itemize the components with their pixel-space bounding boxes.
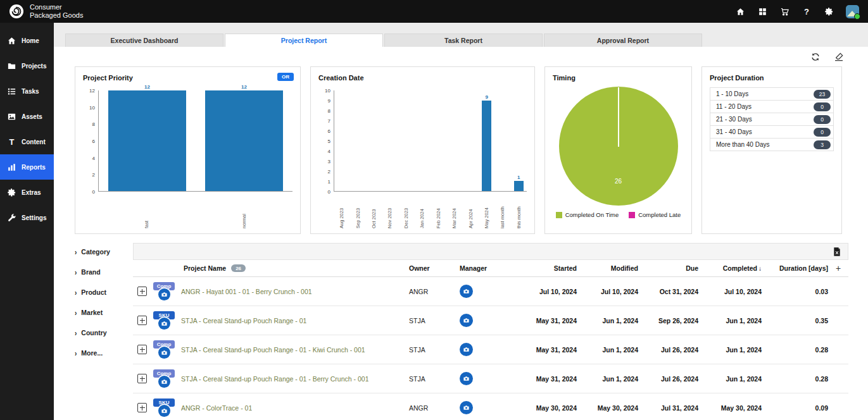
column-header-owner[interactable]: Owner: [409, 264, 460, 272]
settings-gear-icon[interactable]: [824, 6, 834, 16]
project-name-link[interactable]: STJA - Cereal Stand-up Pouch Range - 01: [181, 317, 306, 324]
project-name-link[interactable]: STJA - Cereal Stand-up Pouch Range - 01 …: [181, 346, 365, 354]
legend-label: Completed On Time: [565, 211, 619, 218]
legend-completed-on-time[interactable]: Completed On Time: [556, 211, 619, 218]
timing-pie[interactable]: 26: [559, 87, 678, 206]
duration-count-badge: 0: [814, 115, 831, 124]
manager-cell: [460, 285, 513, 298]
tab-approval-report[interactable]: Approval Report: [544, 34, 702, 47]
help-icon[interactable]: ?: [802, 6, 812, 16]
y-tick-label: 10: [89, 104, 95, 110]
legend-completed-late[interactable]: Completed Late: [629, 211, 681, 218]
x-tick: Sep 2023: [349, 192, 365, 228]
or-filter-badge[interactable]: OR: [277, 73, 294, 81]
asset-thumbnail[interactable]: Comp: [153, 340, 175, 359]
due-cell: Jul 26, 2024: [638, 375, 698, 383]
tab-executive-dashboard[interactable]: Executive Dashboard: [65, 34, 223, 47]
table-row[interactable]: SKU ANGR - ColorTrace - 01 ANGR May 30, …: [133, 393, 848, 420]
asset-thumbnail[interactable]: SKU: [153, 311, 175, 330]
bar[interactable]: [205, 90, 282, 191]
bar-slot: [494, 90, 510, 191]
sidebar-item-extras[interactable]: Extras: [0, 180, 54, 205]
bar[interactable]: [482, 101, 491, 191]
x-axis-labels: fastnormal: [98, 192, 292, 228]
manager-avatar[interactable]: [460, 343, 473, 356]
column-header-manager[interactable]: Manager: [460, 264, 513, 272]
y-tick-label: 2: [328, 169, 330, 175]
sidebar-item-content[interactable]: T Content: [0, 129, 54, 154]
table-row[interactable]: SKU STJA - Cereal Stand-up Pouch Range -…: [133, 306, 848, 335]
sidebar-item-projects[interactable]: Projects: [0, 53, 54, 78]
y-tick-label: 6: [328, 128, 330, 134]
project-duration-card: Project Duration 1 - 10 Days 23 11 - 20 …: [701, 66, 842, 234]
user-avatar[interactable]: [846, 5, 859, 18]
duration-row[interactable]: 11 - 20 Days 0: [710, 100, 834, 113]
expand-row-button[interactable]: [137, 287, 147, 296]
expand-row-button[interactable]: [137, 316, 147, 325]
expand-row-button[interactable]: [137, 403, 147, 412]
duration-row[interactable]: 21 - 30 Days 0: [710, 113, 834, 126]
due-cell: Jul 26, 2024: [638, 346, 698, 354]
refresh-icon[interactable]: [810, 51, 821, 62]
legend-label: Completed Late: [638, 211, 681, 218]
tab-task-report[interactable]: Task Report: [384, 34, 543, 47]
camera-icon: [158, 288, 170, 300]
duration-row[interactable]: 31 - 40 Days 0: [710, 125, 834, 139]
sidebar-item-home[interactable]: Home: [0, 28, 54, 53]
filter-product[interactable]: ›Product: [75, 288, 133, 296]
filter-brand[interactable]: ›Brand: [75, 268, 133, 276]
export-excel-icon[interactable]: [832, 247, 842, 257]
x-tick: Dec 2023: [398, 192, 414, 228]
filter-more[interactable]: ›More...: [75, 349, 133, 357]
add-column-button[interactable]: +: [836, 264, 841, 273]
filter-category[interactable]: ›Category: [75, 248, 133, 256]
manager-avatar[interactable]: [460, 401, 473, 414]
table-row[interactable]: Comp STJA - Cereal Stand-up Pouch Range …: [133, 335, 848, 364]
apps-icon[interactable]: [757, 6, 767, 16]
bar-slot: [350, 90, 366, 191]
home-icon[interactable]: [735, 6, 745, 16]
cart-icon[interactable]: [779, 6, 789, 16]
column-header-modified[interactable]: Modified: [577, 264, 638, 272]
table-header-row: Project Name 26 Owner Manager Started Mo…: [133, 260, 848, 277]
column-header-started[interactable]: Started: [513, 264, 577, 272]
started-cell: May 31, 2024: [513, 375, 577, 383]
filter-market[interactable]: ›Market: [75, 309, 133, 316]
filter-country[interactable]: ›Country: [75, 329, 133, 337]
sidebar-item-reports[interactable]: Reports: [0, 154, 54, 180]
sidebar-item-assets[interactable]: Assets: [0, 104, 54, 129]
bar-slot: 9: [479, 90, 494, 191]
bar[interactable]: [108, 90, 186, 191]
manager-avatar[interactable]: [460, 314, 473, 327]
asset-thumbnail[interactable]: Comp: [153, 282, 175, 300]
duration-row[interactable]: 1 - 10 Days 23: [710, 87, 834, 101]
expand-row-button[interactable]: [137, 374, 147, 383]
sidebar-item-label: Tasks: [22, 88, 39, 95]
clear-filters-icon[interactable]: [833, 51, 844, 62]
y-tick-label: 4: [328, 149, 330, 154]
duration-cell: 0.09: [762, 404, 828, 412]
asset-thumbnail[interactable]: SKU: [153, 398, 175, 417]
duration-label: More than 40 Days: [716, 141, 770, 148]
table-row[interactable]: Comp STJA - Cereal Stand-up Pouch Range …: [133, 364, 848, 393]
expand-row-button[interactable]: [137, 345, 147, 354]
asset-thumbnail[interactable]: Comp: [153, 369, 175, 388]
project-name-link[interactable]: STJA - Cereal Stand-up Pouch Range - 01 …: [181, 375, 368, 383]
tab-project-report[interactable]: Project Report: [225, 34, 383, 47]
bar[interactable]: [514, 181, 524, 191]
column-header-duration[interactable]: Duration [days]: [762, 264, 828, 272]
sidebar-item-settings[interactable]: Settings: [0, 205, 54, 230]
x-axis-labels: Aug 2023Sep 2023Oct 2023Nov 2023Dec 2023…: [334, 192, 527, 228]
project-name-link[interactable]: ANGR - ColorTrace - 01: [181, 404, 252, 412]
column-header-project-name[interactable]: Project Name 26: [133, 264, 409, 272]
app-logo[interactable]: [9, 4, 24, 19]
column-header-due[interactable]: Due: [638, 264, 698, 272]
owner-cell: STJA: [409, 346, 460, 354]
column-header-completed[interactable]: Completed↓: [698, 264, 762, 272]
table-row[interactable]: Comp ANGR - Hayat 001 - 01 - Berry Crunc…: [133, 277, 848, 306]
sidebar-item-tasks[interactable]: Tasks: [0, 78, 54, 104]
duration-row[interactable]: More than 40 Days 3: [710, 138, 834, 151]
project-name-link[interactable]: ANGR - Hayat 001 - 01 - Berry Crunch - 0…: [181, 288, 312, 295]
manager-avatar[interactable]: [460, 372, 473, 385]
manager-avatar[interactable]: [460, 285, 473, 298]
